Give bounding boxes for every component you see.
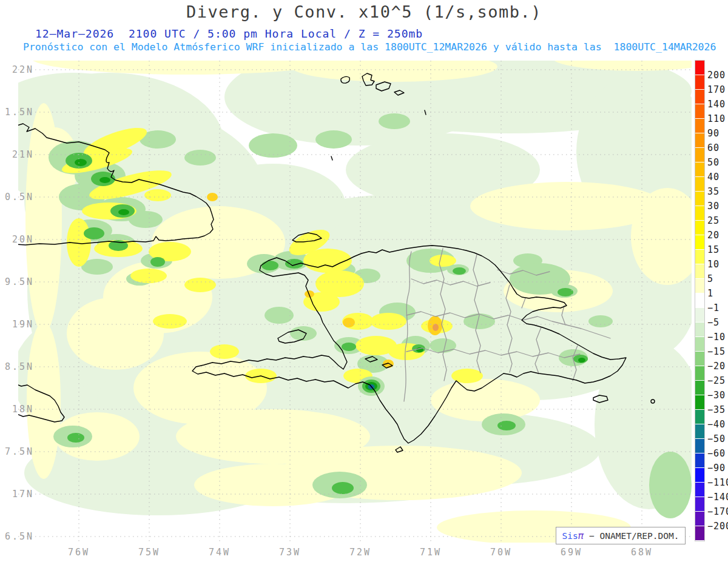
- colorbar: [695, 61, 704, 541]
- map-svg: [18, 61, 692, 543]
- lon-tick-label: 75W: [119, 547, 180, 558]
- colorbar-segment: [695, 235, 704, 250]
- colorbar-tick-label: −15: [707, 346, 726, 357]
- lon-tick-label: 76W: [49, 547, 109, 558]
- lon-tick-label: 73W: [260, 547, 320, 558]
- colorbar-segment: [695, 337, 704, 352]
- colorbar-tick-label: 35: [707, 186, 720, 197]
- colorbar-tick-label: 15: [707, 244, 720, 255]
- colorbar-tick-label: −200: [707, 521, 728, 532]
- colorbar-segment: [695, 264, 704, 279]
- colorbar-tick-label: 140: [707, 99, 726, 110]
- colorbar-segment: [695, 352, 704, 366]
- lat-tick-label: 22N: [0, 64, 34, 75]
- colorbar-tick-label: 60: [707, 142, 720, 153]
- colorbar-tick-label: 170: [707, 84, 726, 95]
- colorbar-tick-label: 25: [707, 215, 720, 226]
- lat-tick-label: 18N: [0, 404, 34, 415]
- colorbar-segment: [695, 90, 704, 104]
- colorbar-segment: [695, 192, 704, 206]
- colorbar-segment: [695, 381, 704, 395]
- colorbar-tick-label: −1: [707, 303, 720, 313]
- colorbar-segment: [695, 61, 704, 75]
- colorbar-tick-label: −170: [707, 506, 728, 517]
- map-canvas: [18, 61, 692, 543]
- colorbar-segment: [695, 468, 704, 483]
- colorbar-segment: [695, 410, 704, 424]
- colorbar-tick-label: −90: [707, 463, 726, 473]
- lon-tick-label: 71W: [400, 547, 461, 558]
- colorbar-tick-label: −35: [707, 404, 726, 415]
- pi-symbol: π: [578, 530, 584, 541]
- colorbar-segment: [695, 250, 704, 264]
- lon-tick-label: 70W: [471, 547, 531, 558]
- lat-tick-label: 8.5N: [0, 361, 34, 372]
- lon-tick-label: 68W: [612, 547, 672, 558]
- colorbar-tick-label: 5: [707, 273, 713, 284]
- colorbar-tick-label: 10: [707, 259, 720, 270]
- colorbar-segment: [695, 75, 704, 90]
- shaded-field: [18, 61, 692, 543]
- colorbar-segment: [695, 483, 704, 497]
- lat-tick-label: 0.5N: [0, 192, 34, 202]
- page-title: Diverg. y Conv. x10^5 (1/s,somb.): [0, 2, 728, 21]
- colorbar-segment: [695, 119, 704, 133]
- colorbar-segment: [695, 104, 704, 119]
- colorbar-segment: [695, 308, 704, 323]
- colorbar-tick-label: −110: [707, 477, 728, 488]
- lon-tick-label: 69W: [541, 547, 602, 558]
- attribution-sis: Sis: [562, 531, 578, 541]
- colorbar-segment: [695, 395, 704, 410]
- weather-map-page: Diverg. y Conv. x10^5 (1/s,somb.) 12–Mar…: [0, 0, 728, 562]
- lat-tick-label: 20N: [0, 234, 34, 245]
- colorbar-tick-label: −140: [707, 492, 728, 503]
- colorbar-tick-label: 110: [707, 113, 726, 124]
- colorbar-tick-label: −20: [707, 361, 726, 372]
- lat-tick-label: 17N: [0, 489, 34, 500]
- colorbar-segment: [695, 279, 704, 293]
- lon-tick-label: 72W: [330, 547, 391, 558]
- colorbar-tick-label: −10: [707, 332, 726, 343]
- attribution-box: Sisπ − ONAMET/REP.DOM.: [556, 527, 686, 544]
- colorbar-tick-label: −50: [707, 433, 726, 444]
- colorbar-segment: [695, 148, 704, 162]
- colorbar-tick-label: 1: [707, 288, 713, 299]
- lat-tick-label: 6.5N: [0, 531, 34, 542]
- colorbar-segment: [695, 133, 704, 148]
- colorbar-tick-label: −60: [707, 448, 726, 459]
- lat-tick-label: 1.5N: [0, 107, 34, 118]
- colorbar-segment: [695, 221, 704, 235]
- colorbar-tick-label: 40: [707, 172, 720, 182]
- colorbar-segment: [695, 323, 704, 337]
- lat-tick-label: 7.5N: [0, 446, 34, 457]
- colorbar-segment: [695, 206, 704, 221]
- lon-tick-label: 74W: [189, 547, 250, 558]
- colorbar-segment: [695, 453, 704, 468]
- colorbar-segment: [695, 526, 704, 541]
- lat-tick-label: 21N: [0, 149, 34, 160]
- tiny-cay: [331, 156, 332, 160]
- colorbar-segment: [695, 162, 704, 177]
- lat-tick-label: 9.5N: [0, 276, 34, 287]
- colorbar-segment: [695, 512, 704, 526]
- colorbar-segment: [695, 424, 704, 439]
- colorbar-tick-label: 20: [707, 230, 720, 241]
- colorbar-tick-label: −30: [707, 390, 726, 401]
- colorbar-tick-label: −40: [707, 419, 726, 430]
- lat-tick-label: 19N: [0, 319, 34, 330]
- colorbar-segment: [695, 439, 704, 453]
- colorbar-tick-label: 50: [707, 157, 720, 168]
- colorbar-tick-label: −5: [707, 317, 720, 328]
- attribution-org: − ONAMET/REP.DOM.: [584, 531, 679, 541]
- model-subtitle: Pronóstico con el Modelo Atmósferico WRF…: [23, 41, 716, 53]
- colorbar-tick-label: −25: [707, 375, 726, 386]
- colorbar-tick-label: 90: [707, 128, 720, 139]
- colorbar-segment: [695, 177, 704, 192]
- colorbar-tick-label: 200: [707, 70, 726, 81]
- colorbar-tick-label: 30: [707, 201, 720, 212]
- datetime-subtitle: 12–Mar–2026 2100 UTC / 5:00 pm Hora Loca…: [35, 27, 423, 40]
- colorbar-segment: [695, 293, 704, 308]
- colorbar-segment: [695, 497, 704, 512]
- colorbar-segment: [695, 366, 704, 381]
